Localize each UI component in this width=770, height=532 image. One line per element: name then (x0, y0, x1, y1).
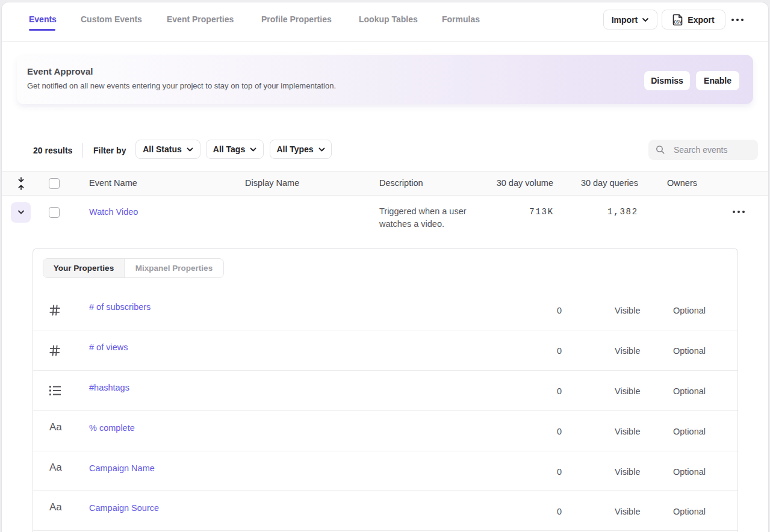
svg-text:CSV: CSV (674, 19, 683, 23)
